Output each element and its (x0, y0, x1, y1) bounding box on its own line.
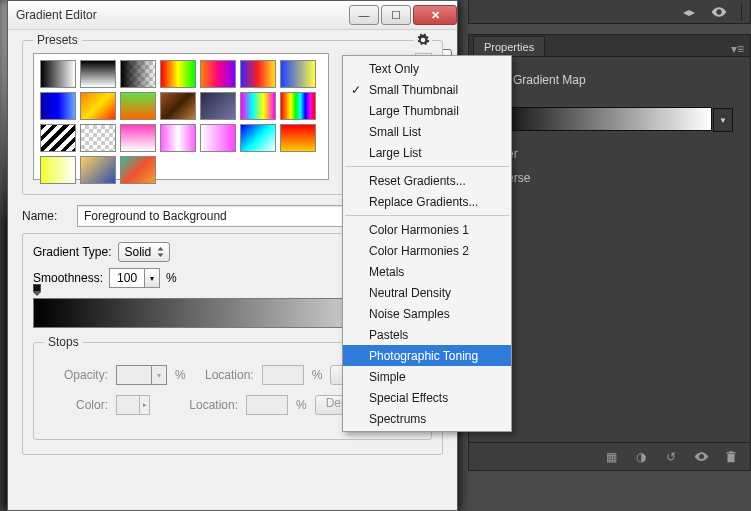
menu-item-label: Photographic Toning (369, 349, 478, 363)
tab-properties[interactable]: Properties (473, 36, 545, 56)
menu-item-label: Small List (369, 125, 421, 139)
menu-item[interactable]: Noise Samples (343, 303, 511, 324)
panel-footer: ▦ ◑ ↺ (469, 442, 750, 470)
menu-item-label: Pastels (369, 328, 408, 342)
check-icon: ✓ (351, 83, 361, 97)
opacity-input (116, 365, 152, 385)
preset-swatch[interactable] (120, 92, 156, 120)
reset-icon[interactable]: ↺ (662, 448, 680, 466)
preset-swatch[interactable] (280, 124, 316, 152)
checkbox-dither-row[interactable]: er (487, 147, 732, 161)
preset-swatch[interactable] (240, 124, 276, 152)
smoothness-stepper[interactable]: ▾ (145, 268, 160, 288)
opacity-stop-left[interactable] (31, 284, 43, 296)
checkbox-reverse-row[interactable]: erse (487, 171, 732, 185)
menu-item[interactable]: Photographic Toning (343, 345, 511, 366)
menu-item[interactable]: Pastels (343, 324, 511, 345)
preset-swatch[interactable] (40, 156, 76, 184)
menu-separator (345, 215, 509, 216)
opacity-label: Opacity: (48, 368, 108, 382)
menu-item-label: Small Thumbnail (369, 83, 458, 97)
clip-to-layer-icon[interactable]: ▦ (602, 448, 620, 466)
menu-item[interactable]: Neutral Density (343, 282, 511, 303)
preset-swatch[interactable] (240, 92, 276, 120)
menu-item-label: Large List (369, 146, 422, 160)
opacity-location-label: Location: (194, 368, 254, 382)
preset-swatch[interactable] (80, 156, 116, 184)
smoothness-label: Smoothness: (33, 271, 103, 285)
menu-item-label: Replace Gradients... (369, 195, 478, 209)
preset-swatch[interactable] (200, 92, 236, 120)
menu-item-label: Metals (369, 265, 404, 279)
color-location-label: Location: (178, 398, 238, 412)
menu-separator (345, 166, 509, 167)
trash-icon[interactable] (722, 448, 740, 466)
name-label: Name: (22, 209, 77, 223)
titlebar[interactable]: Gradient Editor — ☐ ✕ (8, 1, 457, 30)
preset-swatch[interactable] (40, 92, 76, 120)
preset-swatch[interactable] (40, 124, 76, 152)
preset-swatch[interactable] (280, 92, 316, 120)
menu-item[interactable]: ✓Small Thumbnail (343, 79, 511, 100)
menu-item-label: Simple (369, 370, 406, 384)
opacity-location-unit: % (312, 368, 323, 382)
preset-swatch[interactable] (200, 124, 236, 152)
menu-item[interactable]: Reset Gradients... (343, 170, 511, 191)
preset-swatch[interactable] (160, 124, 196, 152)
preset-swatch[interactable] (80, 92, 116, 120)
menu-item[interactable]: Simple (343, 366, 511, 387)
presets-grid (33, 53, 329, 180)
color-location-input (246, 395, 288, 415)
preset-swatch[interactable] (160, 92, 196, 120)
visibility-icon[interactable] (711, 4, 727, 20)
gradient-type-select[interactable]: Solid (118, 242, 170, 262)
menu-item[interactable]: Special Effects (343, 387, 511, 408)
dialog-title: Gradient Editor (8, 8, 347, 22)
menu-item[interactable]: Color Harmonies 1 (343, 219, 511, 240)
menu-item[interactable]: Spectrums (343, 408, 511, 429)
panel-top-strip: ◂▸ (468, 0, 751, 24)
preset-swatch[interactable] (200, 60, 236, 88)
stops-legend: Stops (44, 335, 83, 349)
preset-swatch[interactable] (40, 60, 76, 88)
menu-item[interactable]: Small List (343, 121, 511, 142)
color-label: Color: (48, 398, 108, 412)
preset-swatch[interactable] (280, 60, 316, 88)
panel-collapse-icon[interactable]: ◂▸ (681, 4, 697, 20)
menu-item-label: Color Harmonies 2 (369, 244, 469, 258)
preset-swatch[interactable] (120, 60, 156, 88)
opacity-location-input (262, 365, 304, 385)
menu-item[interactable]: Text Only (343, 58, 511, 79)
close-button[interactable]: ✕ (413, 5, 457, 25)
smoothness-input[interactable] (109, 268, 145, 288)
opacity-stepper: ▾ (152, 365, 167, 385)
smoothness-unit: % (166, 271, 177, 285)
menu-item[interactable]: Replace Gradients... (343, 191, 511, 212)
maximize-button[interactable]: ☐ (381, 5, 411, 25)
preset-swatch[interactable] (120, 156, 156, 184)
minimize-button[interactable]: — (349, 5, 379, 25)
preset-swatch[interactable] (160, 60, 196, 88)
preset-swatch[interactable] (80, 60, 116, 88)
menu-item[interactable]: Color Harmonies 2 (343, 240, 511, 261)
menu-item-label: Spectrums (369, 412, 426, 426)
menu-item-label: Special Effects (369, 391, 448, 405)
view-previous-icon[interactable]: ◑ (632, 448, 650, 466)
preset-swatch[interactable] (120, 124, 156, 152)
menu-item-label: Noise Samples (369, 307, 450, 321)
menu-item[interactable]: Large List (343, 142, 511, 163)
gradient-dropdown-icon[interactable]: ▼ (713, 108, 733, 132)
preset-swatch[interactable] (80, 124, 116, 152)
gradient-preview[interactable]: ▼ (487, 107, 712, 131)
toggle-visibility-icon[interactable] (692, 448, 710, 466)
menu-item[interactable]: Large Thumbnail (343, 100, 511, 121)
color-well: ▸ (116, 395, 150, 415)
presets-context-menu: Text Only✓Small ThumbnailLarge Thumbnail… (342, 55, 512, 432)
menu-item-label: Neutral Density (369, 286, 451, 300)
preset-swatch[interactable] (240, 60, 276, 88)
presets-legend: Presets (33, 33, 82, 47)
menu-item-label: Color Harmonies 1 (369, 223, 469, 237)
gear-icon[interactable] (416, 33, 430, 47)
menu-item[interactable]: Metals (343, 261, 511, 282)
panel-menu-icon[interactable]: ▾≡ (731, 42, 744, 56)
